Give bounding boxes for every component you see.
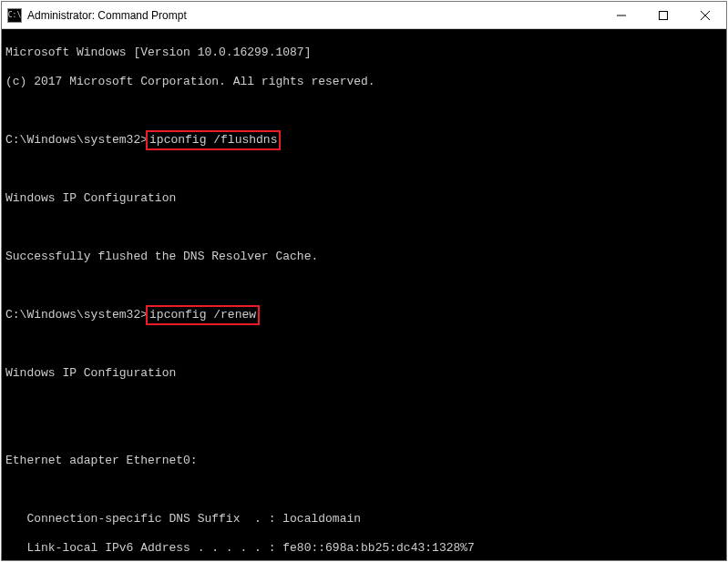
- command-line: C:\Windows\system32>ipconfig /renew: [5, 308, 723, 322]
- output-line: Windows IP Configuration: [5, 191, 723, 206]
- prompt: C:\Windows\system32>: [5, 133, 148, 147]
- close-icon: [701, 11, 710, 20]
- output-line: Connection-specific DNS Suffix . : local…: [5, 512, 723, 526]
- command-line: C:\Windows\system32>ipconfig /flushdns: [5, 133, 723, 148]
- cmd-icon: C:\: [7, 8, 22, 23]
- titlebar[interactable]: C:\ Administrator: Command Prompt: [2, 2, 726, 29]
- command-prompt-window: C:\ Administrator: Command Prompt Micros…: [1, 1, 727, 561]
- output-line: (c) 2017 Microsoft Corporation. All righ…: [5, 75, 723, 89]
- blank-line: [5, 220, 723, 235]
- terminal-content[interactable]: Microsoft Windows [Version 10.0.16299.10…: [2, 29, 726, 560]
- minimize-icon: [617, 11, 626, 20]
- output-line: Link-local IPv6 Address . . . . . : fe80…: [5, 541, 723, 556]
- blank-line: [5, 162, 723, 177]
- svg-rect-1: [660, 11, 668, 19]
- highlighted-command: ipconfig /renew: [146, 305, 260, 325]
- window-controls: [600, 2, 726, 28]
- blank-line: [5, 279, 723, 293]
- blank-line: [5, 337, 723, 352]
- highlighted-command: ipconfig /flushdns: [146, 130, 281, 150]
- blank-line: [5, 483, 723, 497]
- blank-line: [5, 424, 723, 439]
- prompt: C:\Windows\system32>: [5, 308, 148, 322]
- output-line: Microsoft Windows [Version 10.0.16299.10…: [5, 46, 723, 60]
- blank-line: [5, 395, 723, 410]
- maximize-icon: [659, 11, 668, 20]
- output-line: Windows IP Configuration: [5, 366, 723, 381]
- window-title: Administrator: Command Prompt: [27, 9, 600, 22]
- maximize-button[interactable]: [642, 2, 684, 28]
- output-line: Successfully flushed the DNS Resolver Ca…: [5, 250, 723, 264]
- minimize-button[interactable]: [600, 2, 642, 28]
- close-button[interactable]: [684, 2, 726, 28]
- output-line: Ethernet adapter Ethernet0:: [5, 454, 723, 468]
- blank-line: [5, 104, 723, 118]
